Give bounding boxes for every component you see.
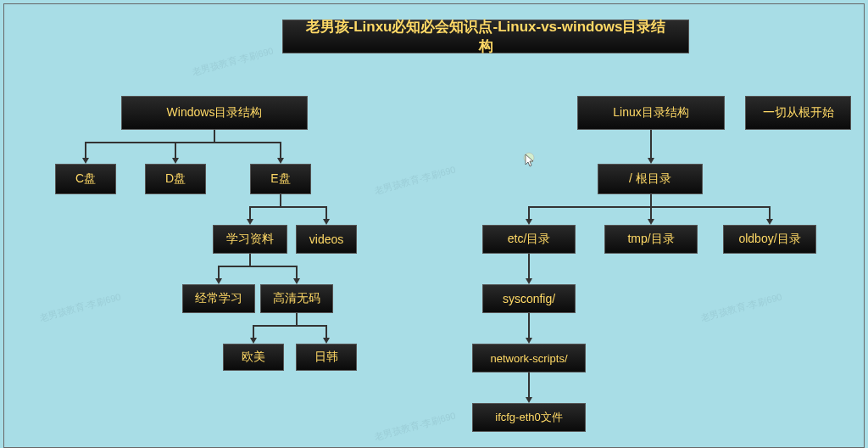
tmp-dir: tmp/目录 (604, 225, 698, 254)
sysconfig: sysconfig/ (482, 284, 576, 313)
e-drive: E盘 (250, 164, 311, 194)
linux-root: Linux目录结构 (577, 96, 725, 130)
c-drive: C盘 (55, 164, 116, 194)
hd-uncensored: 高清无码 (260, 284, 333, 313)
watermark: 老男孩教育-李刷690 (373, 163, 458, 197)
watermark: 老男孩教育-李刷690 (373, 409, 458, 443)
often-study: 经常学习 (182, 284, 255, 313)
study-materials: 学习资料 (213, 225, 287, 254)
windows-root: Windows目录结构 (121, 96, 308, 130)
jk: 日韩 (296, 344, 357, 371)
western: 欧美 (223, 344, 284, 371)
mouse-cursor-icon (523, 152, 535, 169)
watermark: 老男孩教育-李刷690 (38, 290, 123, 324)
slash-root: / 根目录 (598, 164, 703, 194)
watermark: 老男孩教育-李刷690 (699, 290, 784, 324)
watermark: 老男孩教育-李刷690 (191, 44, 275, 78)
oldboy-dir: oldboy/目录 (723, 225, 816, 254)
linux-aside: 一切从根开始 (745, 96, 851, 130)
diagram-canvas: 老男孩-Linxu必知必会知识点-Linux-vs-windows目录结构 Wi… (3, 3, 865, 448)
ifcfg-eth0: ifcfg-eth0文件 (472, 403, 586, 432)
title-node: 老男孩-Linxu必知必会知识点-Linux-vs-windows目录结构 (282, 20, 689, 53)
etc-dir: etc/目录 (482, 225, 576, 254)
d-drive: D盘 (145, 164, 206, 194)
videos-folder: videos (296, 225, 357, 254)
network-scripts: network-scripts/ (472, 344, 586, 372)
